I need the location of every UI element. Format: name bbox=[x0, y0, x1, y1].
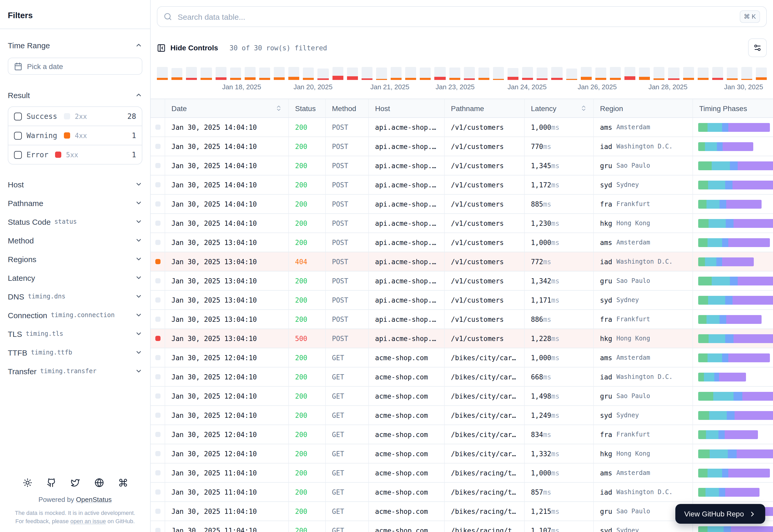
table-row[interactable]: Jan 30, 2025 13:04:10200POSTapi.acme-sho… bbox=[151, 271, 773, 291]
checkbox[interactable] bbox=[14, 132, 22, 139]
histogram-bar[interactable] bbox=[435, 66, 445, 80]
table-row[interactable]: Jan 30, 2025 13:04:10200POSTapi.acme-sho… bbox=[151, 233, 773, 252]
result-filter-item[interactable]: Warning4xx1 bbox=[8, 126, 142, 145]
section-tls[interactable]: TLStiming.tls bbox=[8, 324, 142, 343]
section-method[interactable]: Method bbox=[8, 231, 142, 250]
search-input[interactable] bbox=[176, 12, 735, 22]
histogram-bar[interactable] bbox=[391, 66, 402, 80]
table-row[interactable]: Jan 30, 2025 11:04:10200GETacme-shop.com… bbox=[151, 483, 773, 502]
hide-controls-button[interactable]: Hide Controls bbox=[157, 43, 218, 52]
histogram-bar[interactable] bbox=[449, 66, 460, 80]
openstatus-link[interactable]: OpenStatus bbox=[76, 496, 112, 503]
histogram-bar[interactable] bbox=[566, 66, 577, 80]
histogram-bar[interactable] bbox=[610, 66, 621, 80]
sort-icon[interactable] bbox=[580, 105, 587, 112]
section-latency[interactable]: Latency bbox=[8, 268, 142, 287]
histogram-bar[interactable] bbox=[581, 66, 592, 80]
histogram-bar[interactable] bbox=[288, 66, 299, 80]
date-picker-button[interactable]: Pick a date bbox=[8, 58, 142, 75]
table-row[interactable]: Jan 30, 2025 12:04:10200GETacme-shop.com… bbox=[151, 348, 773, 367]
histogram-bar[interactable] bbox=[362, 66, 372, 80]
histogram-bar[interactable] bbox=[215, 66, 226, 80]
histogram-bar[interactable] bbox=[405, 66, 416, 80]
sun-icon[interactable] bbox=[23, 478, 32, 487]
open-issue-link[interactable]: open an issue bbox=[70, 518, 106, 524]
histogram-bar[interactable] bbox=[522, 66, 533, 80]
globe-icon[interactable] bbox=[94, 478, 104, 487]
table-row[interactable]: Jan 30, 2025 13:04:10200POSTapi.acme-sho… bbox=[151, 291, 773, 310]
histogram-bar[interactable] bbox=[318, 66, 329, 80]
table-row[interactable]: Jan 30, 2025 14:04:10200POSTapi.acme-sho… bbox=[151, 214, 773, 233]
column-header-date[interactable]: Date bbox=[165, 99, 289, 117]
histogram-bar[interactable] bbox=[332, 66, 343, 80]
histogram-bar[interactable] bbox=[186, 66, 197, 80]
section-regions[interactable]: Regions bbox=[8, 250, 142, 268]
section-connection[interactable]: Connectiontiming.connection bbox=[8, 306, 142, 324]
histogram-bar[interactable] bbox=[303, 66, 314, 80]
section-result[interactable]: Result bbox=[8, 86, 142, 104]
result-filter-item[interactable]: Error5xx1 bbox=[8, 145, 142, 164]
histogram-bar[interactable] bbox=[668, 66, 679, 80]
table-row[interactable]: Jan 30, 2025 11:04:10200GETacme-shop.com… bbox=[151, 463, 773, 483]
histogram-bar[interactable] bbox=[756, 66, 767, 80]
histogram-bar[interactable] bbox=[595, 66, 606, 80]
histogram-bar[interactable] bbox=[420, 66, 431, 80]
histogram-bar[interactable] bbox=[201, 66, 212, 80]
section-status-code[interactable]: Status Codestatus bbox=[8, 212, 142, 231]
table-row[interactable]: Jan 30, 2025 12:04:10200GETacme-shop.com… bbox=[151, 367, 773, 387]
section-pathname[interactable]: Pathname bbox=[8, 194, 142, 212]
histogram-bar[interactable] bbox=[157, 66, 168, 80]
table-row[interactable]: Jan 30, 2025 13:04:10500POSTapi.acme-sho… bbox=[151, 329, 773, 348]
section-time-range[interactable]: Time Range bbox=[8, 36, 142, 54]
histogram-bar[interactable] bbox=[697, 66, 708, 80]
histogram-bar[interactable] bbox=[639, 66, 650, 80]
table-row[interactable]: Jan 30, 2025 12:04:10200GETacme-shop.com… bbox=[151, 425, 773, 444]
table-row[interactable]: Jan 30, 2025 14:04:10200POSTapi.acme-sho… bbox=[151, 195, 773, 214]
table-row[interactable]: Jan 30, 2025 12:04:10200GETacme-shop.com… bbox=[151, 387, 773, 406]
table-row[interactable]: Jan 30, 2025 12:04:10200GETacme-shop.com… bbox=[151, 406, 773, 425]
section-host[interactable]: Host bbox=[8, 175, 142, 194]
column-header-latency[interactable]: Latency bbox=[525, 99, 594, 117]
histogram-bar[interactable] bbox=[727, 66, 738, 80]
timing-phases-bar bbox=[698, 468, 770, 477]
histogram-bar[interactable] bbox=[551, 66, 562, 80]
table-row[interactable]: Jan 30, 2025 14:04:10200POSTapi.acme-sho… bbox=[151, 137, 773, 156]
section-ttfb[interactable]: TTFBtiming.ttfb bbox=[8, 343, 142, 362]
histogram-bar[interactable] bbox=[493, 66, 504, 80]
table-row[interactable]: Jan 30, 2025 13:04:10200POSTapi.acme-sho… bbox=[151, 310, 773, 329]
histogram-bar[interactable] bbox=[274, 66, 285, 80]
view-github-repo-button[interactable]: View GitHub Repo bbox=[675, 504, 765, 524]
table-row[interactable]: Jan 30, 2025 12:04:10200GETacme-shop.com… bbox=[151, 444, 773, 463]
view-options-button[interactable] bbox=[748, 38, 767, 57]
result-filter-item[interactable]: Success2xx28 bbox=[8, 107, 142, 126]
histogram-bar[interactable] bbox=[376, 66, 387, 80]
histogram-bar[interactable] bbox=[347, 66, 358, 80]
histogram-bar[interactable] bbox=[464, 66, 474, 80]
table-row[interactable]: Jan 30, 2025 14:04:10200POSTapi.acme-sho… bbox=[151, 175, 773, 195]
table-row[interactable]: Jan 30, 2025 13:04:10404POSTapi.acme-sho… bbox=[151, 252, 773, 271]
table-row[interactable]: Jan 30, 2025 14:04:10200POSTapi.acme-sho… bbox=[151, 156, 773, 175]
github-icon[interactable] bbox=[46, 478, 56, 487]
histogram-bar[interactable] bbox=[259, 66, 270, 80]
checkbox[interactable] bbox=[14, 151, 22, 159]
histogram-bar[interactable] bbox=[683, 66, 694, 80]
histogram-bar[interactable] bbox=[171, 66, 182, 80]
histogram-bar[interactable] bbox=[625, 66, 635, 80]
section-transfer[interactable]: Transfertiming.transfer bbox=[8, 362, 142, 380]
histogram-bar[interactable] bbox=[741, 66, 752, 80]
histogram-bar[interactable] bbox=[230, 66, 241, 80]
table-row[interactable]: Jan 30, 2025 14:04:10200POSTapi.acme-sho… bbox=[151, 118, 773, 137]
histogram-bar[interactable] bbox=[654, 66, 665, 80]
histogram-bar[interactable] bbox=[537, 66, 548, 80]
search-bar[interactable]: ⌘ K bbox=[157, 6, 767, 27]
sort-icon[interactable] bbox=[275, 105, 282, 112]
powered-by: Powered by OpenStatus bbox=[0, 496, 150, 503]
histogram-bar[interactable] bbox=[478, 66, 489, 80]
command-icon[interactable] bbox=[118, 478, 127, 487]
section-dns[interactable]: DNStiming.dns bbox=[8, 287, 142, 306]
checkbox[interactable] bbox=[14, 112, 22, 120]
histogram-bar[interactable] bbox=[507, 66, 518, 80]
histogram-bar[interactable] bbox=[712, 66, 723, 80]
histogram-bar[interactable] bbox=[245, 66, 256, 80]
twitter-icon[interactable] bbox=[70, 478, 80, 487]
